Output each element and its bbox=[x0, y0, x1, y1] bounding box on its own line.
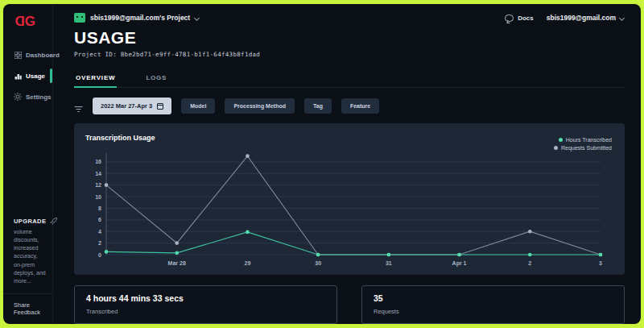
project-selector[interactable]: sbis1999@gmail.com's Project bbox=[74, 13, 200, 23]
main-content: sbis1999@gmail.com's Project Docs sbis19… bbox=[53, 4, 641, 324]
project-avatar-icon bbox=[74, 13, 85, 23]
account-menu[interactable]: sbis1999@gmail.com bbox=[547, 14, 625, 22]
svg-text:0: 0 bbox=[98, 252, 101, 258]
page-title: USAGE bbox=[74, 28, 625, 48]
tab-logs[interactable]: LOGS bbox=[144, 71, 168, 87]
sidebar-item-label: Settings bbox=[26, 93, 52, 101]
calendar-icon bbox=[157, 103, 163, 110]
legend-item-requests-submitted: Requests Submitted bbox=[554, 145, 612, 151]
sidebar-item-label: Dashboard bbox=[26, 52, 60, 59]
chart-title: Transcription Usage bbox=[85, 134, 613, 142]
usage-line-chart: 0246810121416Mar 28293031Apr 123 bbox=[85, 148, 613, 272]
settings-icon bbox=[14, 93, 22, 101]
topbar: sbis1999@gmail.com's Project Docs sbis19… bbox=[74, 13, 625, 23]
summary-cards: 4 hours 44 mins 33 secs Transcribed 35 R… bbox=[74, 285, 625, 324]
date-range-picker[interactable]: 2022 Mar 27-Apr 3 bbox=[93, 98, 171, 114]
legend-dot-teal bbox=[559, 138, 563, 142]
svg-text:30: 30 bbox=[315, 260, 321, 266]
filter-row: 2022 Mar 27-Apr 3 Model Processing Metho… bbox=[74, 98, 625, 114]
chat-bubble-icon bbox=[505, 15, 514, 22]
date-range-value: 2022 Mar 27-Apr 3 bbox=[101, 102, 152, 110]
svg-text:10: 10 bbox=[95, 194, 101, 200]
rocket-icon bbox=[49, 217, 57, 225]
svg-text:3: 3 bbox=[599, 260, 602, 266]
sidebar: DG Dashboard Usage Settings UPGRADE bbox=[3, 4, 53, 324]
transcribed-label: Transcribed bbox=[86, 308, 325, 315]
svg-text:2: 2 bbox=[98, 240, 101, 246]
svg-text:14: 14 bbox=[95, 171, 101, 176]
transcribed-value: 4 hours 44 mins 33 secs bbox=[86, 293, 325, 303]
svg-text:Mar 28: Mar 28 bbox=[168, 260, 186, 266]
usage-icon bbox=[14, 72, 22, 80]
project-name: sbis1999@gmail.com's Project bbox=[90, 14, 190, 22]
filter-tag-button[interactable]: Tag bbox=[304, 98, 332, 114]
sidebar-item-usage[interactable]: Usage bbox=[3, 65, 52, 86]
svg-text:16: 16 bbox=[95, 159, 101, 164]
upgrade-promo[interactable]: UPGRADE volume discounts, increased accu… bbox=[3, 217, 52, 293]
chevron-down-icon bbox=[195, 15, 200, 20]
tab-bar: OVERVIEW LOGS bbox=[74, 71, 625, 88]
svg-text:2: 2 bbox=[528, 260, 531, 266]
legend-item-hours-transcribed: Hours Transcribed bbox=[559, 137, 612, 143]
upgrade-title: UPGRADE bbox=[14, 218, 46, 225]
docs-label: Docs bbox=[518, 15, 534, 22]
filter-model-button[interactable]: Model bbox=[181, 98, 215, 114]
sidebar-bottom: UPGRADE volume discounts, increased accu… bbox=[3, 217, 52, 324]
svg-text:8: 8 bbox=[98, 206, 101, 211]
svg-text:31: 31 bbox=[386, 260, 392, 266]
filter-funnel-icon[interactable] bbox=[74, 102, 83, 110]
requests-value: 35 bbox=[374, 293, 613, 303]
chart-legend: Hours Transcribed Requests Submitted bbox=[554, 137, 612, 151]
sidebar-item-settings[interactable]: Settings bbox=[3, 86, 52, 107]
chevron-down-icon bbox=[620, 15, 625, 20]
share-feedback-link[interactable]: Share Feedback bbox=[3, 293, 52, 324]
project-id: Project ID: 8be2bd71-e9ff-4781-b1f1-64f4… bbox=[74, 51, 625, 58]
app-window: DG Dashboard Usage Settings UPGRADE bbox=[3, 4, 641, 324]
legend-label: Hours Transcribed bbox=[566, 137, 612, 143]
filter-feature-button[interactable]: Feature bbox=[341, 98, 379, 114]
account-email: sbis1999@gmail.com bbox=[547, 14, 616, 22]
svg-text:Apr 1: Apr 1 bbox=[452, 260, 467, 267]
dashboard-icon bbox=[14, 51, 22, 59]
sidebar-item-label: Usage bbox=[26, 73, 45, 80]
tab-overview[interactable]: OVERVIEW bbox=[74, 71, 117, 87]
requests-summary-card: 35 Requests bbox=[361, 285, 625, 324]
docs-link[interactable]: Docs bbox=[505, 15, 534, 22]
filter-processing-method-button[interactable]: Processing Method bbox=[225, 98, 295, 114]
transcription-usage-card: Transcription Usage Hours Transcribed Re… bbox=[74, 123, 625, 275]
svg-text:4: 4 bbox=[98, 229, 101, 235]
legend-label: Requests Submitted bbox=[561, 145, 612, 151]
requests-label: Requests bbox=[374, 308, 613, 315]
svg-text:12: 12 bbox=[95, 182, 101, 188]
upgrade-description: volume discounts, increased accuracy, on… bbox=[14, 228, 46, 285]
svg-text:6: 6 bbox=[98, 217, 101, 222]
deepgram-logo: DG bbox=[3, 14, 52, 30]
svg-text:29: 29 bbox=[245, 260, 251, 266]
legend-dot-gray bbox=[554, 146, 558, 150]
sidebar-item-dashboard[interactable]: Dashboard bbox=[3, 44, 52, 65]
transcribed-summary-card: 4 hours 44 mins 33 secs Transcribed bbox=[74, 285, 337, 324]
